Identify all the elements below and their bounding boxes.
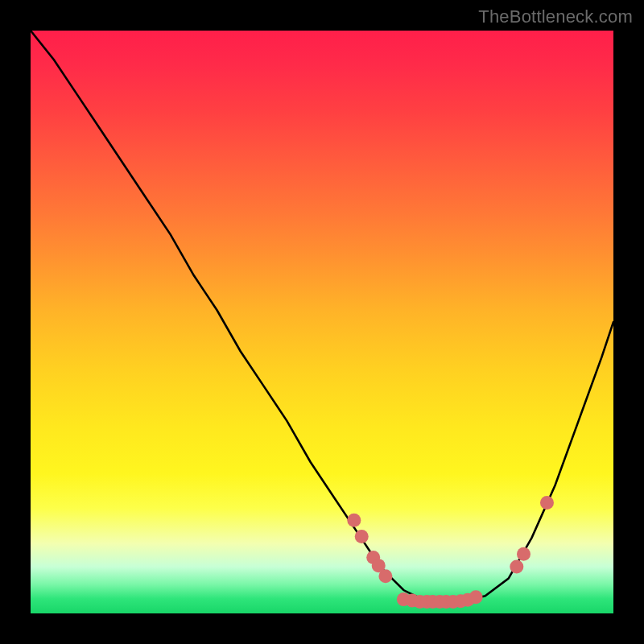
data-points bbox=[347, 496, 554, 609]
bottleneck-curve bbox=[31, 31, 613, 602]
chart-svg bbox=[31, 31, 613, 613]
data-point bbox=[510, 560, 523, 574]
data-point bbox=[517, 547, 530, 561]
data-point bbox=[378, 569, 392, 583]
plot-area bbox=[31, 31, 613, 613]
data-point bbox=[469, 590, 483, 604]
data-point bbox=[347, 514, 361, 527]
chart-frame: TheBottleneck.com bbox=[0, 0, 644, 644]
data-point bbox=[540, 496, 554, 510]
watermark-text: TheBottleneck.com bbox=[478, 6, 633, 27]
data-point bbox=[355, 530, 369, 543]
